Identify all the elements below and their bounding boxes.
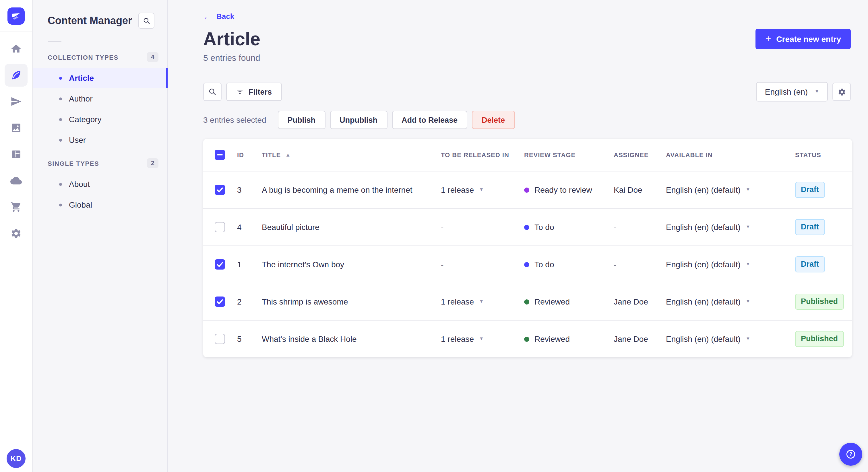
subnav-item-global[interactable]: Global — [33, 194, 167, 215]
sort-ascending-icon: ▲ — [285, 152, 291, 158]
cell-review-stage: Reviewed — [515, 297, 604, 306]
cell-assignee: Jane Doe — [604, 334, 657, 343]
cell-assignee: Jane Doe — [604, 297, 657, 306]
subnav-item-author[interactable]: Author — [33, 88, 167, 109]
cell-available-in-dropdown[interactable]: English (en) (default)▼ — [657, 297, 786, 306]
column-header-id[interactable]: ID — [228, 151, 253, 158]
cell-assignee: - — [604, 223, 657, 232]
content-manager-subnav: Content Manager COLLECTION TYPES 4 Artic… — [33, 0, 167, 472]
subnav-item-category[interactable]: Category — [33, 109, 167, 130]
column-header-status[interactable]: STATUS — [786, 151, 852, 158]
cell-review-stage: Reviewed — [515, 334, 604, 343]
table-row[interactable]: 1 The internet's Own boy -▼ To do - Engl… — [203, 245, 852, 283]
create-new-entry-button[interactable]: + Create new entry — [755, 29, 851, 49]
chevron-down-icon: ▼ — [746, 299, 750, 304]
cell-available-in-dropdown[interactable]: English (en) (default)▼ — [657, 334, 786, 343]
table-header-row: ID TITLE▲ TO BE RELEASED IN REVIEW STAGE… — [203, 139, 852, 171]
unpublish-button[interactable]: Unpublish — [330, 111, 387, 129]
rail-divider — [0, 32, 32, 32]
column-header-assignee[interactable]: ASSIGNEE — [604, 151, 657, 158]
cell-id: 5 — [228, 334, 253, 343]
subnav-item-article[interactable]: Article — [33, 68, 167, 88]
strapi-logo-icon[interactable] — [7, 7, 25, 25]
filters-button[interactable]: Filters — [226, 82, 282, 101]
cell-release-dropdown[interactable]: 1 release▼ — [432, 185, 515, 194]
row-checkbox[interactable] — [215, 297, 225, 307]
select-all-checkbox[interactable] — [215, 150, 225, 160]
publish-button[interactable]: Publish — [278, 111, 325, 129]
cell-available-in-dropdown[interactable]: English (en) (default)▼ — [657, 223, 786, 232]
locale-select[interactable]: English (en) ▼ — [756, 82, 828, 102]
settings-icon[interactable] — [5, 222, 28, 245]
cell-review-stage: Ready to review — [515, 185, 604, 194]
media-library-icon[interactable] — [5, 116, 28, 139]
home-icon[interactable] — [5, 37, 28, 60]
bullet-icon — [59, 118, 62, 121]
column-header-title[interactable]: TITLE▲ — [253, 151, 432, 158]
table-row[interactable]: 2 This shrimp is awesome 1 release▼ Revi… — [203, 283, 852, 320]
row-checkbox[interactable] — [215, 185, 225, 195]
stage-dot-icon — [524, 225, 529, 230]
subnav-item-label: About — [69, 179, 90, 189]
cell-release-dropdown[interactable]: -▼ — [432, 260, 515, 269]
plus-icon: + — [765, 34, 771, 43]
subnav-item-label: Category — [69, 115, 102, 124]
content-manager-icon[interactable] — [5, 64, 28, 87]
cell-available-in-dropdown[interactable]: English (en) (default)▼ — [657, 185, 786, 194]
entries-count: 5 entries found — [203, 53, 851, 63]
chevron-down-icon: ▼ — [746, 188, 750, 192]
back-link[interactable]: ← Back — [203, 12, 234, 21]
row-checkbox[interactable] — [215, 222, 225, 232]
cell-id: 1 — [228, 260, 253, 269]
indeterminate-dash-icon — [217, 154, 223, 156]
add-to-release-button[interactable]: Add to Release — [392, 111, 467, 129]
page-title: Article — [203, 28, 260, 50]
table-row[interactable]: 3 A bug is becoming a meme on the intern… — [203, 171, 852, 208]
releases-icon[interactable] — [5, 90, 28, 113]
search-icon[interactable] — [203, 82, 222, 101]
gear-icon[interactable] — [832, 82, 851, 101]
status-badge: Published — [795, 294, 844, 309]
bullet-icon — [59, 183, 62, 186]
table-row[interactable]: 4 Beautiful picture -▼ To do - English (… — [203, 208, 852, 245]
single-types-section: SINGLE TYPES 2 About Global — [33, 158, 167, 215]
status-badge: Draft — [795, 219, 825, 235]
cell-release-dropdown[interactable]: 1 release▼ — [432, 334, 515, 343]
help-icon[interactable]: ? — [839, 443, 862, 466]
chevron-down-icon: ▼ — [815, 90, 819, 94]
marketplace-icon[interactable] — [5, 196, 28, 218]
search-icon[interactable] — [138, 12, 154, 29]
subnav-item-user[interactable]: User — [33, 130, 167, 150]
cell-title: This shrimp is awesome — [253, 297, 432, 306]
cell-title: What's inside a Black Hole — [253, 334, 432, 343]
bullet-icon — [59, 76, 62, 79]
status-badge: Draft — [795, 182, 825, 198]
cell-release-dropdown[interactable]: -▼ — [432, 223, 515, 232]
column-header-available-in[interactable]: AVAILABLE IN — [657, 151, 786, 158]
stage-dot-icon — [524, 336, 529, 341]
nav-rail: KD — [0, 0, 33, 472]
row-checkbox[interactable] — [215, 334, 225, 344]
column-header-to-be-released-in[interactable]: TO BE RELEASED IN — [432, 151, 515, 158]
chevron-down-icon: ▼ — [479, 188, 484, 192]
column-header-review-stage[interactable]: REVIEW STAGE — [515, 151, 604, 158]
cell-id: 3 — [228, 185, 253, 194]
selection-count-text: 3 entries selected — [203, 115, 266, 125]
cell-id: 2 — [228, 297, 253, 306]
user-avatar[interactable]: KD — [7, 449, 26, 468]
content-type-builder-icon[interactable] — [5, 143, 28, 166]
table-row[interactable]: 5 What's inside a Black Hole 1 release▼ … — [203, 320, 852, 357]
cell-review-stage: To do — [515, 223, 604, 232]
section-label: SINGLE TYPES — [48, 160, 99, 167]
deploy-icon[interactable] — [5, 169, 28, 192]
status-badge: Draft — [795, 256, 825, 272]
cell-release-dropdown[interactable]: 1 release▼ — [432, 297, 515, 306]
section-label: COLLECTION TYPES — [48, 54, 119, 61]
chevron-down-icon: ▼ — [479, 299, 484, 304]
delete-button[interactable]: Delete — [472, 111, 515, 129]
cell-available-in-dropdown[interactable]: English (en) (default)▼ — [657, 260, 786, 269]
row-checkbox[interactable] — [215, 259, 225, 270]
section-count-badge: 2 — [147, 158, 158, 168]
subnav-item-about[interactable]: About — [33, 174, 167, 194]
stage-dot-icon — [524, 262, 529, 267]
